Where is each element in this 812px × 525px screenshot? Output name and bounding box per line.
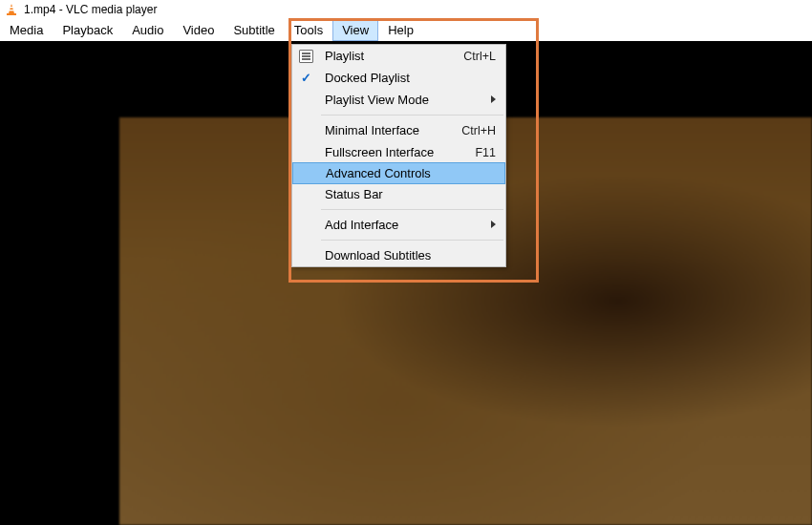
- menu-item-label: Playlist: [325, 49, 364, 63]
- menubar: Media Playback Audio Video Subtitle Tool…: [0, 18, 812, 41]
- menu-item-label: Fullscreen Interface: [325, 145, 434, 159]
- menu-item-label: Add Interface: [325, 218, 398, 232]
- menu-video[interactable]: Video: [173, 18, 224, 41]
- titlebar: 1.mp4 - VLC media player: [0, 0, 812, 18]
- menu-item-minimal-interface[interactable]: Minimal Interface Ctrl+H: [292, 119, 505, 141]
- menu-item-download-subtitles[interactable]: Download Subtitles: [292, 244, 505, 266]
- menu-separator: [321, 115, 503, 116]
- menu-item-advanced-controls[interactable]: Advanced Controls: [292, 162, 505, 184]
- vlc-cone-icon: [5, 3, 18, 16]
- menu-tools[interactable]: Tools: [285, 18, 332, 41]
- menu-item-shortcut: Ctrl+L: [463, 50, 496, 63]
- svg-rect-2: [10, 7, 13, 8]
- menu-item-label: Docked Playlist: [325, 71, 410, 85]
- submenu-arrow-icon: [491, 95, 496, 103]
- svg-marker-0: [9, 4, 14, 13]
- menu-item-docked-playlist[interactable]: ✓ Docked Playlist: [292, 67, 505, 89]
- menu-media[interactable]: Media: [0, 18, 53, 41]
- view-menu-dropdown: Playlist Ctrl+L ✓ Docked Playlist Playli…: [291, 44, 506, 267]
- menu-item-playlist-view-mode[interactable]: Playlist View Mode: [292, 89, 505, 111]
- submenu-arrow-icon: [491, 220, 496, 228]
- svg-rect-1: [7, 13, 16, 15]
- checkmark-icon: ✓: [296, 69, 315, 87]
- menu-help[interactable]: Help: [378, 18, 423, 41]
- svg-rect-3: [10, 10, 14, 10]
- menu-item-label: Status Bar: [325, 187, 383, 201]
- menu-item-status-bar[interactable]: Status Bar: [292, 183, 505, 205]
- menu-item-label: Playlist View Mode: [325, 93, 429, 107]
- menu-item-shortcut: Ctrl+H: [461, 124, 496, 137]
- menu-item-playlist[interactable]: Playlist Ctrl+L: [292, 45, 505, 67]
- menu-item-add-interface[interactable]: Add Interface: [292, 214, 505, 236]
- menu-item-label: Download Subtitles: [325, 248, 431, 262]
- menu-audio[interactable]: Audio: [122, 18, 173, 41]
- menu-playback[interactable]: Playback: [53, 18, 122, 41]
- menu-item-label: Minimal Interface: [325, 123, 419, 137]
- menu-separator: [321, 240, 503, 241]
- playlist-icon: [296, 47, 315, 65]
- menu-subtitle[interactable]: Subtitle: [224, 18, 284, 41]
- menu-item-shortcut: F11: [475, 146, 496, 159]
- menu-separator: [321, 209, 503, 210]
- menu-item-fullscreen-interface[interactable]: Fullscreen Interface F11: [292, 141, 505, 163]
- window-title: 1.mp4 - VLC media player: [24, 3, 157, 16]
- menu-item-label: Advanced Controls: [326, 166, 431, 180]
- menu-view[interactable]: View: [332, 18, 378, 41]
